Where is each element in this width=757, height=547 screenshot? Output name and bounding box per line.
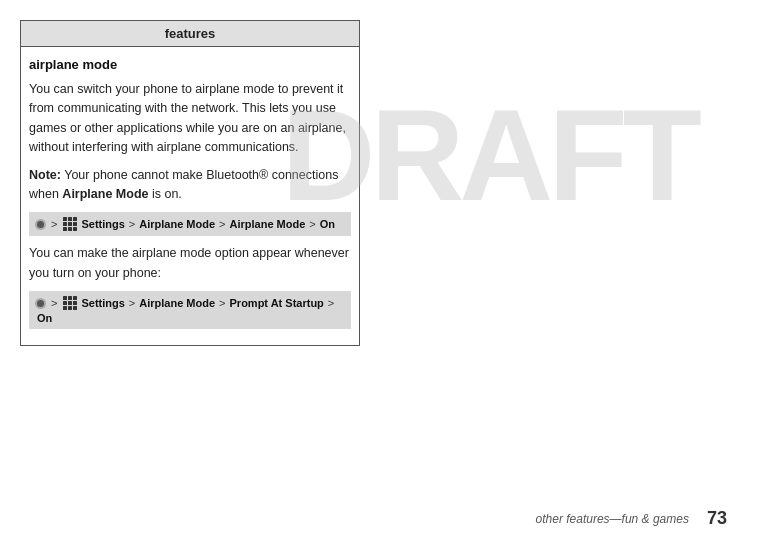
- nav1-label1: Airplane Mode: [139, 218, 215, 230]
- table-header: features: [21, 21, 360, 47]
- nav1-arrow2: >: [129, 218, 135, 230]
- nav2-arrow1: >: [51, 297, 57, 309]
- page-container: DRAFT features airplane mode You can swi…: [0, 0, 757, 547]
- table-body: airplane mode You can switch your phone …: [21, 47, 360, 346]
- note-text: Note: Your phone cannot make Bluetooth® …: [29, 166, 351, 205]
- feature-description: You can switch your phone to airplane mo…: [29, 80, 351, 158]
- footer-text: other features—fun & games: [536, 512, 689, 526]
- note-suffix: is on.: [148, 187, 181, 201]
- nav1-arrow3: >: [219, 218, 225, 230]
- nav2-label3: On: [37, 312, 52, 324]
- nav2-arrow4: >: [328, 297, 334, 309]
- airplane-mode-bold: Airplane Mode: [62, 187, 148, 201]
- footer-page-number: 73: [707, 508, 727, 529]
- feature-title: airplane mode: [29, 57, 351, 72]
- nav2-arrow2: >: [129, 297, 135, 309]
- settings-icon-2: [63, 296, 77, 310]
- nav2-settings-label: Settings: [81, 297, 124, 309]
- nav1-settings-label: Settings: [81, 218, 124, 230]
- nav-path-1: > Settings > Airplane Mode > Airplane Mo…: [29, 212, 351, 236]
- nav2-label2: Prompt At Startup: [230, 297, 324, 309]
- nav1-label3: On: [320, 218, 335, 230]
- note-label: Note:: [29, 168, 61, 182]
- additional-description: You can make the airplane mode option ap…: [29, 244, 351, 283]
- settings-icon: [63, 217, 77, 231]
- nav1-arrow1: >: [51, 218, 57, 230]
- nav2-arrow3: >: [219, 297, 225, 309]
- nav1-label2: Airplane Mode: [230, 218, 306, 230]
- features-table: features airplane mode You can switch yo…: [20, 20, 360, 346]
- content-area: features airplane mode You can switch yo…: [20, 20, 360, 346]
- nav-path-2: > Settings > Airplane Mode > Prompt At S…: [29, 291, 351, 329]
- nav1-arrow4: >: [309, 218, 315, 230]
- nav2-label1: Airplane Mode: [139, 297, 215, 309]
- page-footer: other features—fun & games 73: [0, 508, 757, 529]
